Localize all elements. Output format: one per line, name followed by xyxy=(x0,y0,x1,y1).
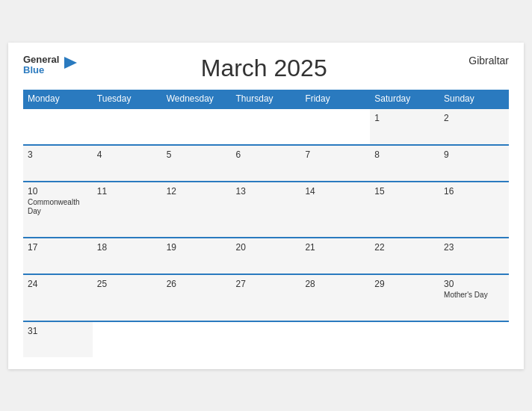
calendar-cell: 14 xyxy=(300,182,370,238)
calendar-cell: 11 xyxy=(93,182,162,238)
calendar-cell: 24 xyxy=(23,274,93,321)
calendar-cell: 27 xyxy=(232,274,301,321)
calendar-wrapper: GeneralBlue March 2025 Gibraltar MondayT… xyxy=(8,43,524,369)
day-header-row: MondayTuesdayWednesdayThursdayFridaySatu… xyxy=(23,90,509,108)
calendar-cell: 9 xyxy=(439,145,509,182)
calendar-cell xyxy=(93,321,162,357)
day-header-saturday: Saturday xyxy=(370,90,439,108)
day-number: 10 xyxy=(28,186,88,197)
calendar-table: MondayTuesdayWednesdayThursdayFridaySatu… xyxy=(23,90,509,357)
day-number: 4 xyxy=(97,149,158,160)
calendar-cell: 15 xyxy=(370,182,439,238)
event-label: Mother's Day xyxy=(444,291,504,300)
week-row-6: 31 xyxy=(23,321,509,357)
week-row-4: 17181920212223 xyxy=(23,238,509,274)
calendar-cell: 20 xyxy=(232,238,301,274)
calendar-cell xyxy=(162,108,232,145)
calendar-cell xyxy=(232,321,301,357)
calendar-cell: 1 xyxy=(370,108,439,145)
calendar-cell xyxy=(439,321,509,357)
logo-text: GeneralBlue xyxy=(23,55,59,76)
day-header-monday: Monday xyxy=(23,90,93,108)
calendar-header: GeneralBlue March 2025 Gibraltar xyxy=(23,55,509,82)
calendar-cell: 19 xyxy=(162,238,232,274)
week-row-3: 10Commonwealth Day111213141516 xyxy=(23,182,509,238)
day-number: 23 xyxy=(444,242,504,253)
day-number: 3 xyxy=(28,149,88,160)
calendar-cell: 6 xyxy=(232,145,301,182)
day-header-sunday: Sunday xyxy=(439,90,509,108)
calendar-cell: 7 xyxy=(300,145,370,182)
calendar-cell: 30Mother's Day xyxy=(439,274,509,321)
calendar-cell xyxy=(232,108,301,145)
calendar-cell: 28 xyxy=(300,274,370,321)
day-number: 30 xyxy=(444,279,504,289)
day-number: 29 xyxy=(374,279,435,289)
day-number: 17 xyxy=(28,242,88,253)
day-header-thursday: Thursday xyxy=(232,90,301,108)
calendar-cell xyxy=(300,321,370,357)
day-number: 11 xyxy=(97,186,158,197)
calendar-cell xyxy=(23,108,93,145)
day-number: 1 xyxy=(374,113,435,123)
calendar-cell: 18 xyxy=(93,238,162,274)
calendar-cell: 25 xyxy=(93,274,162,321)
calendar-cell: 8 xyxy=(370,145,439,182)
day-number: 13 xyxy=(236,186,297,197)
calendar-cell: 16 xyxy=(439,182,509,238)
calendar-cell: 31 xyxy=(23,321,93,357)
day-number: 14 xyxy=(305,186,365,197)
day-number: 24 xyxy=(28,279,88,289)
calendar-cell: 17 xyxy=(23,238,93,274)
country-label: Gibraltar xyxy=(449,55,509,67)
calendar-cell xyxy=(370,321,439,357)
calendar-cell: 23 xyxy=(439,238,509,274)
day-number: 12 xyxy=(167,186,227,197)
day-number: 18 xyxy=(97,242,158,253)
day-header-friday: Friday xyxy=(300,90,370,108)
calendar-cell: 3 xyxy=(23,145,93,182)
day-number: 19 xyxy=(167,242,227,253)
day-number: 25 xyxy=(97,279,158,289)
day-number: 22 xyxy=(374,242,435,253)
logo-icon xyxy=(62,55,78,71)
calendar-cell xyxy=(162,321,232,357)
month-title: March 2025 xyxy=(78,55,449,82)
calendar-cell: 22 xyxy=(370,238,439,274)
day-number: 15 xyxy=(374,186,435,197)
day-number: 26 xyxy=(167,279,227,289)
day-number: 27 xyxy=(236,279,297,289)
week-row-5: 24252627282930Mother's Day xyxy=(23,274,509,321)
calendar-cell: 26 xyxy=(162,274,232,321)
day-number: 31 xyxy=(28,326,88,336)
calendar-cell: 21 xyxy=(300,238,370,274)
day-number: 5 xyxy=(167,149,227,160)
calendar-cell xyxy=(300,108,370,145)
svg-marker-0 xyxy=(64,57,77,69)
week-row-1: 12 xyxy=(23,108,509,145)
day-number: 7 xyxy=(305,149,365,160)
calendar-cell xyxy=(93,108,162,145)
calendar-cell: 29 xyxy=(370,274,439,321)
week-row-2: 3456789 xyxy=(23,145,509,182)
day-number: 8 xyxy=(374,149,435,160)
day-header-wednesday: Wednesday xyxy=(162,90,232,108)
calendar-cell: 4 xyxy=(93,145,162,182)
calendar-cell: 2 xyxy=(439,108,509,145)
logo: GeneralBlue xyxy=(23,55,78,76)
calendar-cell: 10Commonwealth Day xyxy=(23,182,93,238)
calendar-cell: 13 xyxy=(232,182,301,238)
day-number: 21 xyxy=(305,242,365,253)
day-number: 20 xyxy=(236,242,297,253)
day-number: 28 xyxy=(305,279,365,289)
day-number: 9 xyxy=(444,149,504,160)
day-number: 16 xyxy=(444,186,504,197)
calendar-cell: 12 xyxy=(162,182,232,238)
day-header-tuesday: Tuesday xyxy=(93,90,162,108)
calendar-cell: 5 xyxy=(162,145,232,182)
day-number: 6 xyxy=(236,149,297,160)
day-number: 2 xyxy=(444,113,504,123)
event-label: Commonwealth Day xyxy=(28,198,88,216)
